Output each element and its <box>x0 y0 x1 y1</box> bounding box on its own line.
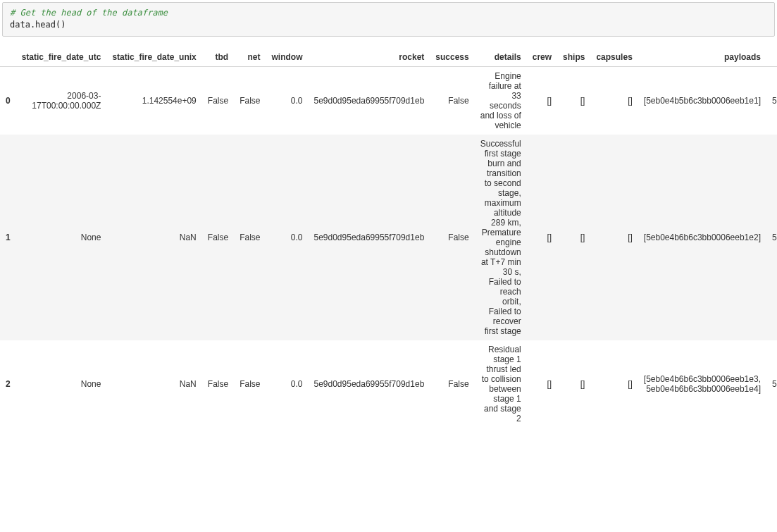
col-header: payloads <box>638 48 766 67</box>
cell-crew: [] <box>527 135 557 340</box>
cell-success: False <box>430 340 474 428</box>
cell-success: False <box>430 66 474 135</box>
cell-rocket: 5e9d0d95eda69955f709d1eb <box>308 66 430 135</box>
cell-extra: 5e9e4502f509 <box>766 66 777 135</box>
cell-ships: [] <box>557 66 590 135</box>
table-row: 2NoneNaNFalseFalse0.05e9d0d95eda69955f70… <box>0 340 777 428</box>
cell-success: False <box>430 135 474 340</box>
col-header: crew <box>527 48 557 67</box>
cell-window: 0.0 <box>266 66 308 135</box>
col-header: static_fire_date_utc <box>16 48 107 67</box>
code-line: data.head() <box>10 20 66 30</box>
cell-ships: [] <box>557 340 590 428</box>
cell-details: Residual stage 1 thrust led to collision… <box>475 340 527 428</box>
cell-static-fire-date-unix: NaN <box>106 135 201 340</box>
cell-capsules: [] <box>590 340 638 428</box>
cell-rocket: 5e9d0d95eda69955f709d1eb <box>308 135 430 340</box>
col-header <box>766 48 777 67</box>
cell-capsules: [] <box>590 135 638 340</box>
cell-net: False <box>234 340 266 428</box>
cell-payloads: [5eb0e4b6b6c3bb0006eeb1e3, 5eb0e4b6b6c3b… <box>638 340 766 428</box>
index-header <box>0 48 16 67</box>
cell-crew: [] <box>527 340 557 428</box>
col-header: static_fire_date_unix <box>106 48 201 67</box>
row-index: 0 <box>0 66 16 135</box>
cell-net: False <box>234 135 266 340</box>
dataframe-table: static_fire_date_utc static_fire_date_un… <box>0 48 777 428</box>
cell-rocket: 5e9d0d95eda69955f709d1eb <box>308 340 430 428</box>
row-index: 1 <box>0 135 16 340</box>
col-header: ships <box>557 48 590 67</box>
cell-details: Engine failure at 33 seconds and loss of… <box>475 66 527 135</box>
cell-ships: [] <box>557 135 590 340</box>
cell-tbd: False <box>202 66 234 135</box>
table-row: 02006-03-17T00:00:00.000Z1.142554e+09Fal… <box>0 66 777 135</box>
header-row: static_fire_date_utc static_fire_date_un… <box>0 48 777 67</box>
cell-static-fire-date-utc: None <box>16 340 107 428</box>
row-index: 2 <box>0 340 16 428</box>
cell-net: False <box>234 66 266 135</box>
col-header: window <box>266 48 308 67</box>
col-header: details <box>475 48 527 67</box>
code-comment: # Get the head of the dataframe <box>10 8 168 18</box>
cell-tbd: False <box>202 340 234 428</box>
cell-tbd: False <box>202 135 234 340</box>
cell-static-fire-date-utc: None <box>16 135 107 340</box>
cell-payloads: [5eb0e4b5b6c3bb0006eeb1e1] <box>638 66 766 135</box>
dataframe-output: static_fire_date_utc static_fire_date_un… <box>0 48 777 428</box>
cell-capsules: [] <box>590 66 638 135</box>
cell-window: 0.0 <box>266 340 308 428</box>
cell-crew: [] <box>527 66 557 135</box>
cell-extra: 5e9e4502f509 <box>766 340 777 428</box>
col-header: capsules <box>590 48 638 67</box>
col-header: tbd <box>202 48 234 67</box>
col-header: net <box>234 48 266 67</box>
cell-payloads: [5eb0e4b6b6c3bb0006eeb1e2] <box>638 135 766 340</box>
cell-extra: 5e9e4502f509 <box>766 135 777 340</box>
cell-details: Successful first stage burn and transiti… <box>475 135 527 340</box>
cell-static-fire-date-unix: NaN <box>106 340 201 428</box>
cell-static-fire-date-utc: 2006-03-17T00:00:00.000Z <box>16 66 107 135</box>
code-input-cell[interactable]: # Get the head of the dataframe data.hea… <box>2 2 775 37</box>
cell-window: 0.0 <box>266 135 308 340</box>
table-row: 1NoneNaNFalseFalse0.05e9d0d95eda69955f70… <box>0 135 777 340</box>
cell-static-fire-date-unix: 1.142554e+09 <box>106 66 201 135</box>
col-header: rocket <box>308 48 430 67</box>
col-header: success <box>430 48 474 67</box>
